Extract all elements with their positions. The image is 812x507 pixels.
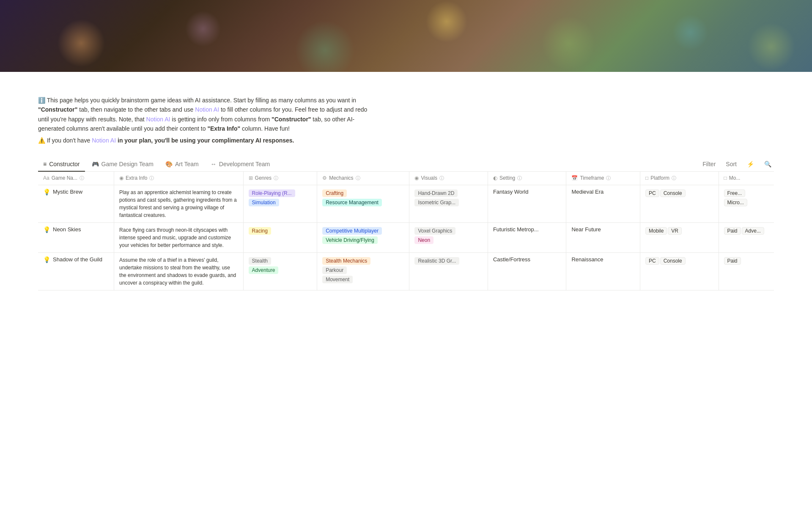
extra-info-col-icon: ◉ [119,175,123,181]
monetization-tag-paid[interactable]: Paid [724,227,741,235]
table-header-row: Aa Game Na... ⓘ ◉ Extra Info ⓘ [38,172,774,185]
genre-tag-role-playing-(r...[interactable]: Role-Playing (R... [249,189,295,197]
visual-tag-hand-drawn-2d[interactable]: Hand-Drawn 2D [414,189,458,197]
timeframe-text-mystic-brew: Medieval Era [571,189,604,195]
tab-dev-team-label: Development Team [219,161,270,167]
constructor-icon: ≡ [43,161,47,167]
visuals-info-icon[interactable]: ⓘ [439,175,444,181]
tab-dev-team[interactable]: ↔ Development Team [206,157,275,172]
monetization-tag-adve...[interactable]: Adve... [742,227,764,235]
notion-ai-link-warning[interactable]: Notion AI [92,137,116,144]
visual-tag-voxel-graphics[interactable]: Voxel Graphics [414,227,455,235]
monetization-tag-free...[interactable]: Free... [724,189,746,197]
mechanics-cell-mystic-brew: CraftingResource Management [317,185,409,222]
timeframe-cell-shadow-guild: Renaissance [566,252,640,290]
platform-tag-mobile[interactable]: Mobile [645,227,667,235]
tabs-bar: ≡ Constructor 🎮 Game Design Team 🎨 Art T… [38,157,774,172]
dev-team-icon: ↔ [211,161,217,167]
monetization-tag-paid[interactable]: Paid [724,257,741,265]
lightning-button[interactable]: ⚡ [744,159,757,169]
search-button[interactable]: 🔍 [762,159,774,169]
col-header-game-name: Aa Game Na... ⓘ [38,172,114,185]
extra-info-info-icon[interactable]: ⓘ [149,175,154,181]
sort-button[interactable]: Sort [723,159,739,169]
platform-info-icon[interactable]: ⓘ [672,175,676,181]
mechanic-tag-parkour[interactable]: Parkour [322,266,347,274]
visuals-col-label: Visuals [421,175,437,181]
game-name-cell-mystic-brew[interactable]: 💡 Mystic Brew [38,185,114,222]
genre-tag-stealth[interactable]: Stealth [249,257,271,265]
timeframe-col-label: Timeframe [580,175,604,181]
mechanics-cell-shadow-guild: Stealth MechanicsParkourMovement [317,252,409,290]
game-icon-mystic-brew: 💡 [43,189,50,195]
platform-tag-pc[interactable]: PC [645,189,659,197]
notion-ai-link-2[interactable]: Notion AI [146,116,170,123]
game-name-info-icon[interactable]: ⓘ [80,175,84,181]
timeframe-info-icon[interactable]: ⓘ [606,175,611,181]
genre-tag-racing[interactable]: Racing [249,227,271,235]
platform-col-icon: □ [645,175,648,181]
timeframe-text-shadow-guild: Renaissance [571,256,603,263]
setting-text-mystic-brew: Fantasy World [493,189,529,195]
game-name-cell-neon-skies[interactable]: 💡 Neon Skies [38,222,114,252]
visual-tag-realistic-3d-gr...[interactable]: Realistic 3D Gr... [414,257,459,265]
setting-cell-neon-skies: Futuristic Metrop... [488,222,566,252]
visuals-cell-neon-skies: Voxel GraphicsNeon [409,222,488,252]
mechanic-tag-movement[interactable]: Movement [322,276,353,283]
col-header-mechanics: ⚙ Mechanics ⓘ [317,172,409,185]
setting-info-icon[interactable]: ⓘ [517,175,522,181]
game-design-icon: 🎮 [92,161,99,167]
table-wrapper: Aa Game Na... ⓘ ◉ Extra Info ⓘ [38,172,774,290]
visual-tag-isometric-grap...[interactable]: Isometric Grap... [414,199,459,206]
extra-info-text-mystic-brew: Play as an apprentice alchemist learning… [119,189,237,218]
table-row[interactable]: 💡 Neon Skies Race flying cars through ne… [38,222,774,252]
timeframe-cell-neon-skies: Near Future [566,222,640,252]
page-description: ℹ️ This page helps you quickly brainstor… [38,96,376,134]
visuals-cell-shadow-guild: Realistic 3D Gr... [409,252,488,290]
mechanics-info-icon[interactable]: ⓘ [356,175,360,181]
col-header-platform: □ Platform ⓘ [640,172,719,185]
genre-tag-adventure[interactable]: Adventure [249,266,279,274]
mo-col-label: Mo... [729,175,741,181]
table-row[interactable]: 💡 Shadow of the Guild Assume the role of… [38,252,774,290]
tab-art-team[interactable]: 🎨 Art Team [160,157,204,172]
col-header-setting: ◐ Setting ⓘ [488,172,566,185]
notion-ai-link-1[interactable]: Notion AI [195,106,219,113]
genre-tag-simulation[interactable]: Simulation [249,199,279,206]
game-icon-shadow-guild: 💡 [43,256,50,263]
platform-tag-console[interactable]: Console [660,189,686,197]
mechanics-cell-neon-skies: Competitive MultiplayerVehicle Driving/F… [317,222,409,252]
platform-tag-vr[interactable]: VR [668,227,682,235]
game-name-cell-shadow-guild[interactable]: 💡 Shadow of the Guild [38,252,114,290]
mechanic-tag-resource-management[interactable]: Resource Management [322,199,382,206]
mechanics-col-icon: ⚙ [322,175,327,181]
genres-col-label: Genres [255,175,272,181]
extra-info-cell-mystic-brew: Play as an apprentice alchemist learning… [114,185,244,222]
tab-game-design[interactable]: 🎮 Game Design Team [87,157,159,172]
platform-tag-pc[interactable]: PC [645,257,659,265]
art-team-icon: 🎨 [165,161,173,167]
extra-info-text-neon-skies: Race flying cars through neon-lit citysc… [119,227,231,248]
mechanic-tag-crafting[interactable]: Crafting [322,189,347,197]
mechanic-tag-vehicle-driving/flying[interactable]: Vehicle Driving/Flying [322,236,378,244]
setting-cell-mystic-brew: Fantasy World [488,185,566,222]
visual-tag-neon[interactable]: Neon [414,236,433,244]
platform-tag-console[interactable]: Console [660,257,686,265]
table-row[interactable]: 💡 Mystic Brew Play as an apprentice alch… [38,185,774,222]
mechanics-col-label: Mechanics [329,175,353,181]
genres-info-icon[interactable]: ⓘ [274,175,278,181]
monetization-tag-micro...[interactable]: Micro... [724,199,747,206]
platform-cell-mystic-brew: PCConsole [640,185,719,222]
col-header-visuals: ◉ Visuals ⓘ [409,172,488,185]
platform-cell-shadow-guild: PCConsole [640,252,719,290]
constructor-ref: "Constructor" [38,106,77,113]
col-header-extra-info: ◉ Extra Info ⓘ [114,172,244,185]
tab-constructor[interactable]: ≡ Constructor [38,157,85,172]
visuals-cell-mystic-brew: Hand-Drawn 2DIsometric Grap... [409,185,488,222]
filter-button[interactable]: Filter [700,159,718,169]
mechanic-tag-competitive-multiplayer[interactable]: Competitive Multiplayer [322,227,382,235]
extra-info-col-label: Extra Info [126,175,147,181]
game-name-text-mystic-brew: Mystic Brew [53,189,82,195]
monetization-cell-neon-skies: PaidAdve... [719,222,774,252]
mechanic-tag-stealth-mechanics[interactable]: Stealth Mechanics [322,257,370,265]
